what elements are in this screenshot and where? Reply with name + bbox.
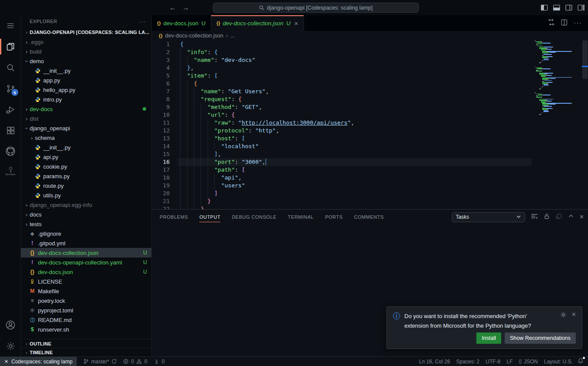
code-line-3[interactable]: 3 "name": "dev-docs" bbox=[152, 56, 531, 64]
tree-file-LICENSE[interactable]: LICENSE bbox=[21, 277, 151, 286]
maximize-panel-icon[interactable] bbox=[568, 213, 574, 221]
tree-folder-dev-docs[interactable]: ›dev-docs bbox=[21, 104, 151, 114]
panel-tab-comments[interactable]: COMMENTS bbox=[354, 210, 384, 224]
code-line-4[interactable]: 4 }, bbox=[152, 64, 531, 72]
code-line-8[interactable]: 8 "request": { bbox=[152, 95, 531, 103]
toggle-sidebar-icon[interactable] bbox=[541, 4, 548, 11]
activity-explorer-icon[interactable] bbox=[0, 36, 21, 57]
git-branch-item[interactable]: master* bbox=[80, 357, 120, 366]
workspace-root-header[interactable]: › DJANGO-OPENAPI [CODESPACES: SCALING LA… bbox=[21, 27, 151, 37]
tree-file-dev-docs.json[interactable]: {}dev-docs.jsonU bbox=[21, 267, 151, 277]
cursor-position-item[interactable]: Ln 16, Col 26 bbox=[416, 357, 453, 366]
panel-tab-problems[interactable]: PROBLEMS bbox=[160, 210, 188, 224]
activity-run-and-debug-icon[interactable] bbox=[0, 99, 21, 120]
tree-file-route.py[interactable]: route.py bbox=[21, 181, 151, 190]
tree-folder-dist[interactable]: ›dist bbox=[21, 114, 151, 123]
tree-file-intro.py[interactable]: intro.py bbox=[21, 95, 151, 104]
notification-settings-icon[interactable] bbox=[560, 312, 567, 331]
notifications-bell-icon[interactable] bbox=[578, 358, 584, 365]
ports-item[interactable]: 0 bbox=[150, 357, 168, 366]
eol-item[interactable]: LF bbox=[503, 357, 516, 366]
editor-scrollbar[interactable] bbox=[582, 41, 588, 209]
panel-tab-debug-console[interactable]: DEBUG CONSOLE bbox=[232, 210, 276, 224]
panel-tab-ports[interactable]: PORTS bbox=[325, 210, 342, 224]
customize-layout-icon[interactable] bbox=[578, 4, 585, 11]
breadcrumb[interactable]: {} dev-docs-collection.json › ... bbox=[152, 31, 588, 41]
tree-file-runserver.sh[interactable]: $runserver.sh bbox=[21, 325, 151, 334]
activity-dev-docs-extension-icon[interactable]: Dev-Docs bbox=[0, 162, 21, 180]
command-center[interactable]: django-openapi [Codespaces: scaling lamp… bbox=[213, 3, 419, 13]
code-line-10[interactable]: 10 "url": { bbox=[152, 111, 531, 119]
code-line-19[interactable]: 19 "users" bbox=[152, 182, 531, 190]
tree-folder-django_openapi[interactable]: ›django_openapi bbox=[21, 123, 151, 133]
code-line-22[interactable]: 22 }, bbox=[152, 205, 531, 209]
output-channel-select[interactable]: Tasks bbox=[452, 212, 525, 222]
activity-github-icon[interactable] bbox=[0, 141, 21, 162]
tree-file-app.py[interactable]: app.py bbox=[21, 75, 151, 85]
code-line-21[interactable]: 21 } bbox=[152, 197, 531, 205]
back-icon[interactable]: ← bbox=[169, 4, 176, 12]
tree-file-Makefile[interactable]: MMakefile bbox=[21, 286, 151, 296]
code-line-2[interactable]: 2 "info": { bbox=[152, 48, 531, 56]
code-line-14[interactable]: 14 "localhost" bbox=[152, 142, 531, 150]
tree-folder-.eggs[interactable]: ›.eggs bbox=[21, 37, 151, 47]
code-line-15[interactable]: 15 ], bbox=[152, 150, 531, 158]
code-line-1[interactable]: 1{ bbox=[152, 41, 531, 48]
code-line-5[interactable]: 5 "item": [ bbox=[152, 72, 531, 80]
tree-file-README.md[interactable]: README.md bbox=[21, 315, 151, 325]
more-actions-icon[interactable]: ··· bbox=[574, 19, 582, 27]
tree-file-params.py[interactable]: params.py bbox=[21, 171, 151, 181]
tree-folder-demo[interactable]: ›demo bbox=[21, 56, 151, 66]
toggle-secondary-sidebar-icon[interactable] bbox=[565, 4, 572, 11]
tab-close-icon[interactable]: × bbox=[294, 20, 298, 27]
code-line-16[interactable]: 16 "port": "3000", bbox=[152, 158, 531, 166]
code-line-13[interactable]: 13 "host": [ bbox=[152, 135, 531, 142]
timeline-section[interactable]: ›TIMELINE bbox=[21, 348, 151, 356]
tree-file-api.py[interactable]: api.py bbox=[21, 152, 151, 162]
editor-tab-dev-docs.json[interactable]: {}dev-docs.jsonU bbox=[152, 15, 211, 31]
tree-file-utils.py[interactable]: utils.py bbox=[21, 190, 151, 200]
code-line-12[interactable]: 12 "protocol": "http", bbox=[152, 127, 531, 135]
code-line-11[interactable]: 11 "raw": "http://localhost:3000/api/use… bbox=[152, 119, 531, 127]
activity-source-control-icon[interactable]: 5 bbox=[0, 78, 21, 99]
tree-file-.gitignore[interactable]: ◆.gitignore bbox=[21, 229, 151, 238]
code-line-9[interactable]: 9 "method": "GET", bbox=[152, 103, 531, 111]
install-button[interactable]: Install bbox=[476, 332, 501, 344]
show-recommendations-button[interactable]: Show Recommendations bbox=[505, 332, 576, 344]
code-line-20[interactable]: 20 ] bbox=[152, 190, 531, 197]
indentation-item[interactable]: Spaces: 2 bbox=[453, 357, 482, 366]
notification-close-icon[interactable]: × bbox=[572, 312, 576, 331]
keyboard-layout-item[interactable]: Layout: U.S. bbox=[541, 357, 576, 366]
remote-indicator[interactable]: Codespaces: scaling lamp bbox=[0, 357, 77, 366]
tree-folder-docs[interactable]: ›docs bbox=[21, 210, 151, 219]
tree-file-poetry.lock[interactable]: ≡poetry.lock bbox=[21, 296, 151, 305]
open-changes-icon[interactable] bbox=[548, 19, 555, 27]
language-mode-item[interactable]: {} JSON bbox=[516, 357, 541, 366]
activity-settings-icon[interactable] bbox=[0, 336, 21, 356]
tree-file-__init__.py[interactable]: __init__.py bbox=[21, 142, 151, 152]
explorer-more-actions-icon[interactable]: ··· bbox=[139, 18, 146, 25]
tree-folder-schema[interactable]: ›schema bbox=[21, 133, 151, 142]
split-editor-icon[interactable] bbox=[561, 19, 567, 27]
activity-search-icon[interactable] bbox=[0, 57, 21, 78]
outline-section[interactable]: ›OUTLINE bbox=[21, 339, 151, 348]
tree-folder-django_openapi.egg-info[interactable]: ›django_openapi.egg-info bbox=[21, 200, 151, 210]
forward-icon[interactable]: → bbox=[182, 4, 189, 12]
tree-file-dev-docs-collection.json[interactable]: {}dev-docs-collection.jsonU bbox=[21, 248, 151, 258]
activity-extensions-icon[interactable] bbox=[0, 120, 21, 141]
lock-panel-icon[interactable] bbox=[544, 213, 550, 221]
tree-file-dev-docs-openapi-collection.yaml[interactable]: !dev-docs-openapi-collection.yamlU bbox=[21, 258, 151, 267]
code-line-6[interactable]: 6 { bbox=[152, 80, 531, 88]
toggle-panel-icon[interactable] bbox=[553, 4, 560, 11]
code-line-18[interactable]: 18 "api", bbox=[152, 174, 531, 182]
tree-file-pyproject.toml[interactable]: pyproject.toml bbox=[21, 305, 151, 315]
activity-accounts-icon[interactable] bbox=[0, 315, 21, 336]
panel-tab-output[interactable]: OUTPUT bbox=[199, 210, 220, 224]
code-line-7[interactable]: 7 "name": "Get Users", bbox=[152, 88, 531, 95]
close-panel-icon[interactable]: × bbox=[580, 213, 584, 221]
activity-menu-icon[interactable] bbox=[0, 15, 21, 36]
encoding-item[interactable]: UTF-8 bbox=[482, 357, 503, 366]
panel-tab-terminal[interactable]: TERMINAL bbox=[288, 210, 314, 224]
tree-folder-build[interactable]: ›build bbox=[21, 47, 151, 56]
code-line-17[interactable]: 17 "path": [ bbox=[152, 166, 531, 174]
